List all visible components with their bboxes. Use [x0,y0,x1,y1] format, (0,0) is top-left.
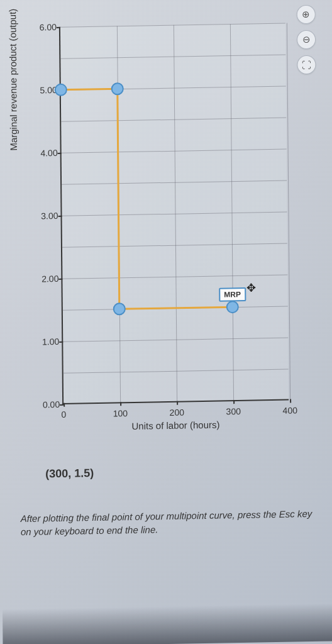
mrp-chart: Marginal revenue product (output) 6.00 5… [21,23,296,443]
y-axis-title: Marginal revenue product (output) [7,9,19,151]
x-tick-label: 0 [61,409,66,419]
y-tick-label: 4.00 [34,148,58,158]
zoom-out-button[interactable]: ⊖ [297,30,316,50]
fullscreen-button[interactable]: ⛶ [297,55,316,75]
mrp-line [61,87,233,310]
series-label: MRP [219,287,246,302]
y-tick-label: 3.00 [34,211,58,221]
y-tick-label: 2.00 [35,274,58,284]
x-tick-label: 200 [170,408,184,418]
series-svg [60,23,290,404]
x-axis-title: Units of labor (hours) [62,418,289,433]
y-tick-label: 1.00 [35,336,59,347]
instruction-text: After plotting the final point of your m… [21,507,315,538]
plot-area[interactable]: MRP ✥ 0 100 200 300 400 [59,23,289,404]
chart-toolbar: ⊕ ⊖ ⛶ [297,5,316,75]
zoom-in-button[interactable]: ⊕ [297,5,316,25]
x-tick-label: 400 [282,405,297,415]
y-tick-label: 6.00 [33,22,57,33]
x-tick-label: 100 [113,408,128,418]
x-tick-label: 300 [226,406,240,416]
y-tick-label: 0.00 [36,399,60,410]
y-tick-label: 5.00 [33,85,57,96]
coordinate-readout: (300, 1.5) [45,467,94,480]
screen-edge-shadow [3,603,332,644]
